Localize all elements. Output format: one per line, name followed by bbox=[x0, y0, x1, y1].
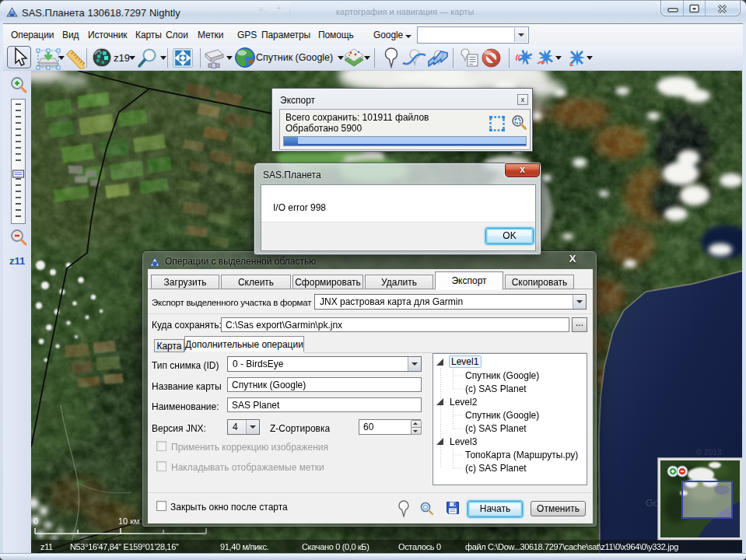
svg-text:© 2013: © 2013 bbox=[696, 448, 722, 457]
svg-text:10 км: 10 км bbox=[118, 516, 140, 526]
svg-text:0: 0 bbox=[33, 516, 38, 526]
